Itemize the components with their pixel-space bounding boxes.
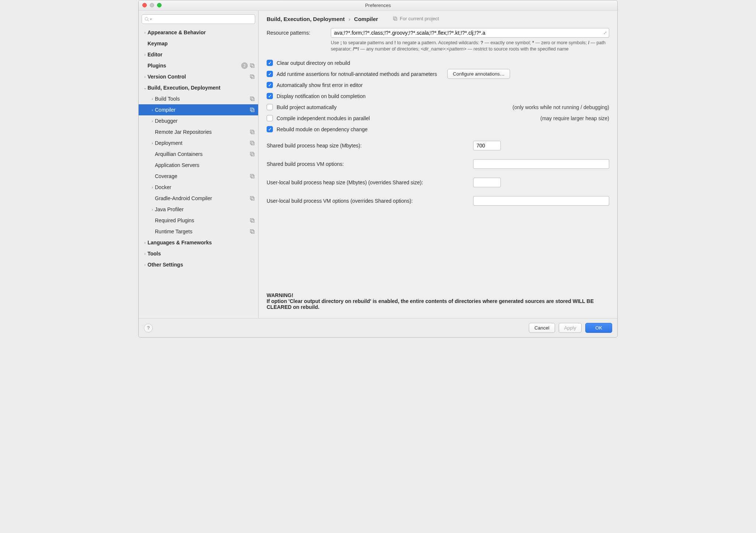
svg-rect-2 (250, 64, 253, 67)
checkbox[interactable] (267, 115, 273, 121)
project-scope-icon (249, 129, 255, 135)
checkbox[interactable] (267, 82, 273, 88)
content-body: Resource patterns: ⤢ Use ; to separate p… (259, 24, 617, 318)
check-row: Display notification on build completion (267, 91, 609, 102)
svg-rect-11 (251, 131, 254, 134)
sidebar-item-languages-frameworks[interactable]: ›Languages & Frameworks (139, 237, 258, 248)
svg-rect-10 (250, 130, 253, 133)
sidebar-item-label: Remote Jar Repositories (155, 129, 249, 135)
check-label: Clear output directory on rebuild (277, 60, 350, 66)
chevron-right-icon: › (142, 240, 148, 245)
sidebar-item-build-execution-deployment[interactable]: ⌄Build, Execution, Deployment (139, 82, 258, 93)
sidebar-item-label: Plugins (148, 63, 241, 69)
search-history-icon[interactable]: ▾ (150, 17, 152, 21)
svg-rect-15 (251, 153, 254, 156)
cancel-button[interactable]: Cancel (529, 323, 555, 333)
window-title: Preferences (365, 3, 391, 8)
update-badge: 2 (241, 62, 248, 69)
sidebar-item-tools[interactable]: ›Tools (139, 248, 258, 259)
user-heap-input[interactable] (473, 178, 501, 187)
sidebar-item-label: Coverage (155, 173, 249, 179)
content-pane: Build, Execution, Deployment › Compiler … (259, 11, 617, 318)
project-scope-icon (249, 151, 255, 157)
sidebar-item-gradle-android-compiler[interactable]: Gradle-Android Compiler (139, 193, 258, 204)
content-header: Build, Execution, Deployment › Compiler … (259, 11, 617, 24)
warning-text: WARNING! If option 'Clear output directo… (267, 289, 609, 315)
sidebar-item-label: Tools (148, 251, 255, 257)
help-button[interactable]: ? (144, 324, 153, 332)
check-label: Add runtime assertions for notnull-annot… (277, 71, 437, 77)
svg-rect-12 (250, 141, 253, 144)
sidebar-item-version-control[interactable]: ›Version Control (139, 71, 258, 82)
sidebar-item-application-servers[interactable]: Application Servers (139, 160, 258, 171)
checkbox[interactable] (267, 60, 273, 66)
chevron-right-icon: › (150, 119, 155, 123)
sidebar-item-plugins[interactable]: Plugins2 (139, 60, 258, 71)
sidebar-item-other-settings[interactable]: ›Other Settings (139, 259, 258, 270)
sidebar-item-build-tools[interactable]: ›Build Tools (139, 93, 258, 104)
resource-patterns-hint: Use ; to separate patterns and ! to nega… (331, 40, 609, 52)
expand-icon[interactable]: ⤢ (603, 30, 607, 35)
sidebar-item-remote-jar-repositories[interactable]: Remote Jar Repositories (139, 126, 258, 137)
chevron-right-icon: › (150, 97, 155, 101)
user-heap-label: User-local build process heap size (Mbyt… (267, 180, 473, 185)
project-scope-icon (393, 16, 398, 21)
check-label: Display notification on build completion (277, 93, 365, 99)
svg-rect-4 (250, 75, 253, 78)
sidebar-item-arquillian-containers[interactable]: Arquillian Containers (139, 149, 258, 160)
maximize-icon[interactable] (157, 3, 162, 7)
user-vm-label: User-local build process VM options (ove… (267, 198, 473, 204)
sidebar-item-label: Build, Execution, Deployment (148, 85, 255, 91)
breadcrumb-page: Compiler (354, 16, 378, 22)
sidebar-item-required-plugins[interactable]: Required Plugins (139, 215, 258, 226)
sidebar-item-label: Keymap (148, 41, 255, 46)
search-input[interactable]: ▾ (142, 14, 255, 24)
breadcrumb-section: Build, Execution, Deployment (267, 16, 345, 22)
check-label: Compile independent modules in parallel (277, 115, 370, 121)
sidebar-item-label: Runtime Targets (155, 229, 249, 234)
configure-annotations-button[interactable]: Configure annotations… (447, 69, 510, 79)
sidebar-item-keymap[interactable]: Keymap (139, 38, 258, 49)
apply-button[interactable]: Apply (559, 323, 582, 333)
project-scope-icon (249, 173, 255, 179)
user-vm-input[interactable] (473, 196, 609, 206)
svg-rect-6 (250, 97, 253, 100)
checkbox[interactable] (267, 71, 273, 77)
sidebar-item-label: Arquillian Containers (155, 151, 249, 157)
svg-rect-7 (251, 98, 254, 101)
sidebar-item-label: Appearance & Behavior (148, 29, 255, 35)
svg-rect-17 (251, 175, 254, 178)
check-note: (may require larger heap size) (540, 115, 609, 121)
chevron-right-icon: › (142, 262, 148, 267)
check-row: Build project automatically(only works w… (267, 102, 609, 113)
sidebar-item-appearance-behavior[interactable]: ›Appearance & Behavior (139, 27, 258, 38)
sidebar-item-debugger[interactable]: ›Debugger (139, 115, 258, 126)
svg-rect-3 (251, 65, 254, 67)
checkbox[interactable] (267, 93, 273, 99)
shared-vm-input[interactable] (473, 159, 609, 169)
svg-rect-5 (251, 76, 254, 79)
close-icon[interactable] (142, 3, 147, 7)
sidebar-item-deployment[interactable]: ›Deployment (139, 137, 258, 149)
sidebar-item-editor[interactable]: ›Editor (139, 49, 258, 60)
sidebar-item-coverage[interactable]: Coverage (139, 171, 258, 182)
dialog-footer: ? Cancel Apply OK (139, 318, 617, 337)
sidebar: ▾ ›Appearance & BehaviorKeymap›EditorPlu… (139, 11, 259, 318)
sidebar-item-java-profiler[interactable]: ›Java Profiler (139, 204, 258, 215)
checkbox[interactable] (267, 104, 273, 110)
settings-tree: ›Appearance & BehaviorKeymap›EditorPlugi… (139, 26, 258, 318)
sidebar-item-docker[interactable]: ›Docker (139, 182, 258, 193)
resource-patterns-input[interactable] (331, 28, 609, 38)
heap-size-input[interactable] (473, 141, 501, 150)
svg-rect-21 (251, 219, 254, 222)
chevron-right-icon: › (150, 207, 155, 212)
checkbox[interactable] (267, 126, 273, 132)
svg-rect-25 (394, 18, 397, 20)
ok-button[interactable]: OK (585, 323, 612, 333)
sidebar-item-label: Application Servers (155, 162, 255, 168)
sidebar-item-runtime-targets[interactable]: Runtime Targets (139, 226, 258, 237)
sidebar-item-label: Languages & Frameworks (148, 240, 255, 245)
check-label: Build project automatically (277, 104, 337, 110)
minimize-icon[interactable] (150, 3, 154, 7)
sidebar-item-compiler[interactable]: ›Compiler (139, 104, 258, 115)
